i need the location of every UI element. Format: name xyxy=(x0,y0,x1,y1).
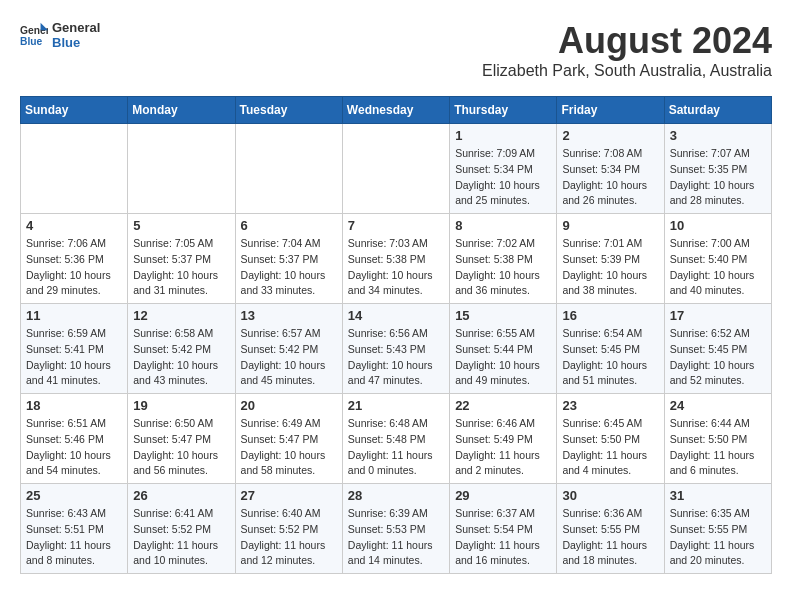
day-number: 13 xyxy=(241,308,337,323)
day-number: 14 xyxy=(348,308,444,323)
day-detail: Sunrise: 7:09 AMSunset: 5:34 PMDaylight:… xyxy=(455,146,551,209)
title-block: August 2024 Elizabeth Park, South Austra… xyxy=(482,20,772,80)
calendar-cell: 17Sunrise: 6:52 AMSunset: 5:45 PMDayligh… xyxy=(664,304,771,394)
calendar-cell xyxy=(235,124,342,214)
calendar-cell xyxy=(128,124,235,214)
day-number: 17 xyxy=(670,308,766,323)
logo-blue-text: Blue xyxy=(52,35,100,50)
calendar-body: 1Sunrise: 7:09 AMSunset: 5:34 PMDaylight… xyxy=(21,124,772,574)
calendar-cell: 5Sunrise: 7:05 AMSunset: 5:37 PMDaylight… xyxy=(128,214,235,304)
day-number: 27 xyxy=(241,488,337,503)
day-number: 23 xyxy=(562,398,658,413)
day-number: 25 xyxy=(26,488,122,503)
calendar-cell: 2Sunrise: 7:08 AMSunset: 5:34 PMDaylight… xyxy=(557,124,664,214)
day-number: 19 xyxy=(133,398,229,413)
day-detail: Sunrise: 6:58 AMSunset: 5:42 PMDaylight:… xyxy=(133,326,229,389)
calendar-cell: 28Sunrise: 6:39 AMSunset: 5:53 PMDayligh… xyxy=(342,484,449,574)
day-detail: Sunrise: 7:06 AMSunset: 5:36 PMDaylight:… xyxy=(26,236,122,299)
month-year: August 2024 xyxy=(482,20,772,62)
day-number: 16 xyxy=(562,308,658,323)
day-detail: Sunrise: 6:37 AMSunset: 5:54 PMDaylight:… xyxy=(455,506,551,569)
day-number: 24 xyxy=(670,398,766,413)
day-detail: Sunrise: 6:56 AMSunset: 5:43 PMDaylight:… xyxy=(348,326,444,389)
calendar-cell: 13Sunrise: 6:57 AMSunset: 5:42 PMDayligh… xyxy=(235,304,342,394)
calendar-cell: 29Sunrise: 6:37 AMSunset: 5:54 PMDayligh… xyxy=(450,484,557,574)
day-detail: Sunrise: 6:36 AMSunset: 5:55 PMDaylight:… xyxy=(562,506,658,569)
day-number: 4 xyxy=(26,218,122,233)
calendar-cell: 19Sunrise: 6:50 AMSunset: 5:47 PMDayligh… xyxy=(128,394,235,484)
day-number: 31 xyxy=(670,488,766,503)
day-detail: Sunrise: 7:07 AMSunset: 5:35 PMDaylight:… xyxy=(670,146,766,209)
weekday-header-monday: Monday xyxy=(128,97,235,124)
day-detail: Sunrise: 6:54 AMSunset: 5:45 PMDaylight:… xyxy=(562,326,658,389)
day-detail: Sunrise: 6:41 AMSunset: 5:52 PMDaylight:… xyxy=(133,506,229,569)
day-number: 8 xyxy=(455,218,551,233)
calendar-cell: 1Sunrise: 7:09 AMSunset: 5:34 PMDaylight… xyxy=(450,124,557,214)
calendar-cell: 23Sunrise: 6:45 AMSunset: 5:50 PMDayligh… xyxy=(557,394,664,484)
weekday-header-saturday: Saturday xyxy=(664,97,771,124)
calendar-cell: 18Sunrise: 6:51 AMSunset: 5:46 PMDayligh… xyxy=(21,394,128,484)
logo-general-text: General xyxy=(52,20,100,35)
day-number: 21 xyxy=(348,398,444,413)
day-number: 28 xyxy=(348,488,444,503)
location: Elizabeth Park, South Australia, Austral… xyxy=(482,62,772,80)
day-detail: Sunrise: 7:03 AMSunset: 5:38 PMDaylight:… xyxy=(348,236,444,299)
day-number: 1 xyxy=(455,128,551,143)
calendar-cell: 30Sunrise: 6:36 AMSunset: 5:55 PMDayligh… xyxy=(557,484,664,574)
logo: General Blue General Blue xyxy=(20,20,100,50)
calendar-cell: 9Sunrise: 7:01 AMSunset: 5:39 PMDaylight… xyxy=(557,214,664,304)
logo-icon: General Blue xyxy=(20,21,48,49)
day-number: 11 xyxy=(26,308,122,323)
calendar-cell: 12Sunrise: 6:58 AMSunset: 5:42 PMDayligh… xyxy=(128,304,235,394)
day-number: 15 xyxy=(455,308,551,323)
day-detail: Sunrise: 6:52 AMSunset: 5:45 PMDaylight:… xyxy=(670,326,766,389)
calendar-week-1: 1Sunrise: 7:09 AMSunset: 5:34 PMDaylight… xyxy=(21,124,772,214)
day-detail: Sunrise: 6:43 AMSunset: 5:51 PMDaylight:… xyxy=(26,506,122,569)
day-detail: Sunrise: 6:40 AMSunset: 5:52 PMDaylight:… xyxy=(241,506,337,569)
day-detail: Sunrise: 6:46 AMSunset: 5:49 PMDaylight:… xyxy=(455,416,551,479)
day-number: 22 xyxy=(455,398,551,413)
day-number: 5 xyxy=(133,218,229,233)
calendar-cell: 15Sunrise: 6:55 AMSunset: 5:44 PMDayligh… xyxy=(450,304,557,394)
calendar-cell: 22Sunrise: 6:46 AMSunset: 5:49 PMDayligh… xyxy=(450,394,557,484)
calendar-table: SundayMondayTuesdayWednesdayThursdayFrid… xyxy=(20,96,772,574)
calendar-cell xyxy=(21,124,128,214)
weekday-header-row: SundayMondayTuesdayWednesdayThursdayFrid… xyxy=(21,97,772,124)
calendar-cell: 25Sunrise: 6:43 AMSunset: 5:51 PMDayligh… xyxy=(21,484,128,574)
calendar-cell: 21Sunrise: 6:48 AMSunset: 5:48 PMDayligh… xyxy=(342,394,449,484)
day-detail: Sunrise: 7:05 AMSunset: 5:37 PMDaylight:… xyxy=(133,236,229,299)
weekday-header-wednesday: Wednesday xyxy=(342,97,449,124)
day-number: 2 xyxy=(562,128,658,143)
day-detail: Sunrise: 7:08 AMSunset: 5:34 PMDaylight:… xyxy=(562,146,658,209)
day-detail: Sunrise: 6:59 AMSunset: 5:41 PMDaylight:… xyxy=(26,326,122,389)
calendar-week-3: 11Sunrise: 6:59 AMSunset: 5:41 PMDayligh… xyxy=(21,304,772,394)
day-detail: Sunrise: 7:00 AMSunset: 5:40 PMDaylight:… xyxy=(670,236,766,299)
svg-text:Blue: Blue xyxy=(20,36,43,47)
calendar-cell: 3Sunrise: 7:07 AMSunset: 5:35 PMDaylight… xyxy=(664,124,771,214)
calendar-cell xyxy=(342,124,449,214)
day-number: 29 xyxy=(455,488,551,503)
day-detail: Sunrise: 6:35 AMSunset: 5:55 PMDaylight:… xyxy=(670,506,766,569)
day-detail: Sunrise: 7:04 AMSunset: 5:37 PMDaylight:… xyxy=(241,236,337,299)
weekday-header-tuesday: Tuesday xyxy=(235,97,342,124)
day-number: 3 xyxy=(670,128,766,143)
calendar-header: SundayMondayTuesdayWednesdayThursdayFrid… xyxy=(21,97,772,124)
day-detail: Sunrise: 6:51 AMSunset: 5:46 PMDaylight:… xyxy=(26,416,122,479)
day-number: 7 xyxy=(348,218,444,233)
calendar-cell: 7Sunrise: 7:03 AMSunset: 5:38 PMDaylight… xyxy=(342,214,449,304)
calendar-cell: 26Sunrise: 6:41 AMSunset: 5:52 PMDayligh… xyxy=(128,484,235,574)
day-number: 6 xyxy=(241,218,337,233)
calendar-cell: 20Sunrise: 6:49 AMSunset: 5:47 PMDayligh… xyxy=(235,394,342,484)
calendar-week-4: 18Sunrise: 6:51 AMSunset: 5:46 PMDayligh… xyxy=(21,394,772,484)
calendar-cell: 14Sunrise: 6:56 AMSunset: 5:43 PMDayligh… xyxy=(342,304,449,394)
page-header: General Blue General Blue August 2024 El… xyxy=(20,20,772,80)
day-number: 20 xyxy=(241,398,337,413)
weekday-header-friday: Friday xyxy=(557,97,664,124)
calendar-cell: 6Sunrise: 7:04 AMSunset: 5:37 PMDaylight… xyxy=(235,214,342,304)
day-detail: Sunrise: 6:45 AMSunset: 5:50 PMDaylight:… xyxy=(562,416,658,479)
day-detail: Sunrise: 6:50 AMSunset: 5:47 PMDaylight:… xyxy=(133,416,229,479)
day-number: 9 xyxy=(562,218,658,233)
day-detail: Sunrise: 6:55 AMSunset: 5:44 PMDaylight:… xyxy=(455,326,551,389)
calendar-cell: 11Sunrise: 6:59 AMSunset: 5:41 PMDayligh… xyxy=(21,304,128,394)
day-detail: Sunrise: 6:44 AMSunset: 5:50 PMDaylight:… xyxy=(670,416,766,479)
